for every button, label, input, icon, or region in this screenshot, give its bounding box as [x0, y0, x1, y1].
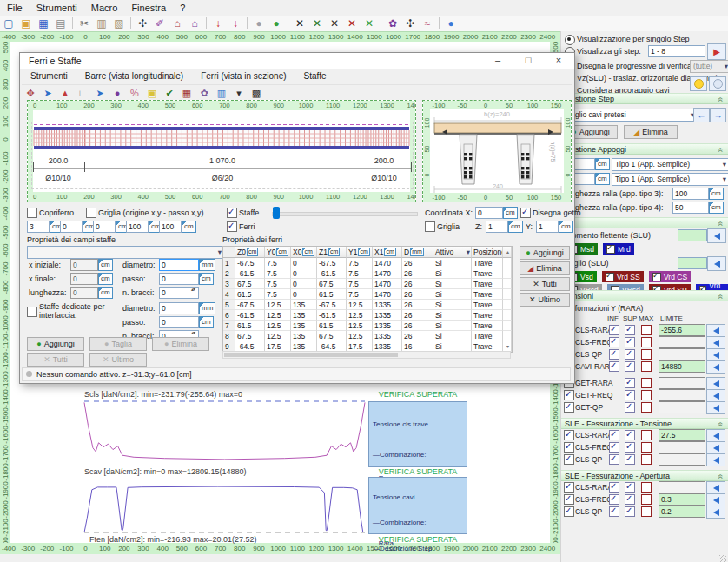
inf-checkbox[interactable] [609, 506, 619, 517]
cell[interactable]: 61.5 [235, 289, 265, 300]
staffe-aggiungi-button[interactable]: ●Aggiungi [27, 337, 84, 351]
cell[interactable]: -67.5 [317, 258, 347, 268]
check-griglia-origine[interactable] [86, 208, 96, 218]
appoggio2-tipo-combo[interactable]: Tipo 1 (App. Semplice) [612, 173, 728, 186]
add-bar-icon[interactable]: ➤ [91, 87, 109, 101]
lightbulb-on-button[interactable] [690, 76, 707, 91]
cell[interactable]: Si [433, 258, 472, 268]
ralla3-value[interactable]: 100 [672, 188, 709, 200]
menu-item-[interactable]: ? [173, 0, 192, 16]
dialog-menu-strumenti[interactable]: Strumenti [22, 69, 76, 84]
ralla4-value[interactable]: 50 [672, 202, 709, 214]
max-checkbox[interactable] [641, 482, 652, 493]
cell[interactable]: 61.5 [317, 321, 347, 331]
resize-grip[interactable] [719, 555, 726, 562]
cell[interactable]: Si [433, 300, 472, 310]
max-checkbox[interactable] [641, 378, 652, 388]
staffe-opacity-slider-thumb[interactable] [273, 207, 280, 219]
cell[interactable]: 12.5 [265, 310, 291, 321]
cell[interactable]: 1470 [373, 258, 402, 268]
gear-icon[interactable]: ✿ [195, 87, 213, 101]
max-checkbox[interactable] [641, 454, 652, 465]
sup-checkbox[interactable] [625, 482, 635, 493]
limite-value[interactable]: 14880 [659, 360, 705, 373]
cell[interactable]: 0 [291, 289, 317, 300]
max-checkbox[interactable] [641, 442, 652, 453]
row-enable-checkbox[interactable] [564, 506, 574, 517]
dropdown-arrow-icon[interactable]: ▾ [230, 87, 248, 101]
column-header-y0[interactable]: Y0cm [265, 247, 291, 258]
cell[interactable]: 7.5 [265, 279, 291, 289]
row-enable-checkbox[interactable] [564, 430, 574, 440]
cell[interactable]: Si [433, 331, 472, 341]
sup-checkbox[interactable] [625, 325, 635, 335]
column-header-x0[interactable]: X0cm [291, 247, 317, 258]
open-folder-icon[interactable]: ▣ [17, 17, 35, 30]
staffe-field-input[interactable]: 0 [159, 302, 199, 314]
cell[interactable]: 7.5 [347, 268, 373, 279]
cell[interactable]: 0 [291, 258, 317, 268]
cell[interactable]: 0 [291, 279, 317, 289]
cell[interactable]: 1335 [373, 310, 402, 321]
chip-checkbox[interactable] [606, 245, 615, 254]
wizard-pen-icon[interactable]: ✐ [151, 17, 169, 30]
max-checkbox[interactable] [641, 494, 652, 505]
help-globe-icon[interactable]: ● [442, 17, 460, 30]
staffe-field-input[interactable]: 0 [70, 259, 98, 271]
limite-value[interactable] [659, 481, 705, 493]
check-copriferro[interactable] [27, 208, 37, 218]
cell[interactable]: 7.5 [265, 258, 291, 268]
y-input[interactable]: 1 [536, 221, 559, 233]
table-row[interactable]: 761.512.513561.512.5133526SiTrave [223, 321, 512, 331]
expand-button[interactable] [706, 481, 725, 494]
taglio-expand-button[interactable] [707, 256, 726, 271]
expand-button[interactable] [706, 336, 725, 349]
sup-checkbox[interactable] [625, 506, 635, 517]
cell[interactable]: 67.5 [235, 279, 265, 289]
save-icon[interactable]: ▦ [35, 17, 52, 30]
max-checkbox[interactable] [641, 325, 652, 335]
section-sle-fessurazione-tensione[interactable]: SLE - Fessurazione - Tensione« [561, 418, 728, 429]
limite-value[interactable] [659, 348, 705, 360]
expand-button[interactable] [706, 348, 725, 361]
section-sle-fessurazione-apertura[interactable]: SLE - Fessurazione - Apertura« [561, 470, 728, 481]
chip-checkbox[interactable] [606, 273, 614, 281]
cell[interactable]: Si [433, 289, 472, 300]
cell[interactable]: Trave [472, 300, 503, 310]
column-header-x1[interactable]: X1cm [373, 247, 402, 258]
staffe-field-input[interactable]: 0 [159, 259, 199, 271]
limite-value[interactable]: 27.5 [659, 429, 705, 441]
table-row[interactable]: 2-61.57.50-61.57.5147026SiTrave [223, 268, 512, 279]
column-dropdown-icon[interactable]: ▾ [467, 247, 470, 258]
section-tensioni[interactable]: Tensioni« [561, 290, 728, 301]
inf-checkbox[interactable] [609, 349, 619, 360]
collapse-icon[interactable]: « [717, 474, 726, 479]
cell[interactable]: 12.5 [265, 300, 291, 310]
import-loads-icon[interactable]: ↓ [209, 17, 227, 30]
collapse-icon[interactable]: « [717, 221, 726, 227]
cell[interactable]: -67.5 [317, 300, 347, 310]
chip-mrd[interactable]: Mrd [603, 243, 634, 255]
ferri-elimina-button[interactable]: ◢Elimina [520, 261, 570, 275]
expand-button[interactable] [706, 506, 725, 519]
ferri-ultimo-button[interactable]: ✕Ultimo [520, 293, 570, 307]
cell[interactable]: 12.5 [347, 310, 373, 321]
section-gestione-step[interactable]: Gestione Step« [561, 93, 728, 104]
cell[interactable]: 67.5 [317, 279, 347, 289]
column-header-z1[interactable]: Z1cm [317, 247, 347, 258]
collapse-icon[interactable]: « [717, 294, 726, 300]
import-loads-2-icon[interactable]: ↓ [227, 17, 244, 30]
minimize-button[interactable]: – [485, 53, 511, 69]
row-enable-checkbox[interactable] [564, 402, 574, 413]
table-row[interactable]: 5-67.512.5135-67.512.5133526SiTrave [223, 300, 512, 310]
column-header-posizione[interactable]: Posizione ▾ [472, 247, 503, 258]
staffe-field-input[interactable]: 0 [159, 316, 199, 328]
cell[interactable]: 26 [402, 321, 433, 331]
cell[interactable]: 12.5 [265, 331, 291, 341]
table-row[interactable]: 867.512.513567.512.5133526SiTrave [223, 331, 512, 341]
max-checkbox[interactable] [641, 361, 652, 372]
coordinata-x-input[interactable]: 0 [475, 207, 503, 219]
limite-value[interactable] [659, 377, 705, 389]
cell[interactable]: 61.5 [317, 289, 347, 300]
step-combo[interactable]: Taglio cavi pretesi [564, 109, 697, 122]
